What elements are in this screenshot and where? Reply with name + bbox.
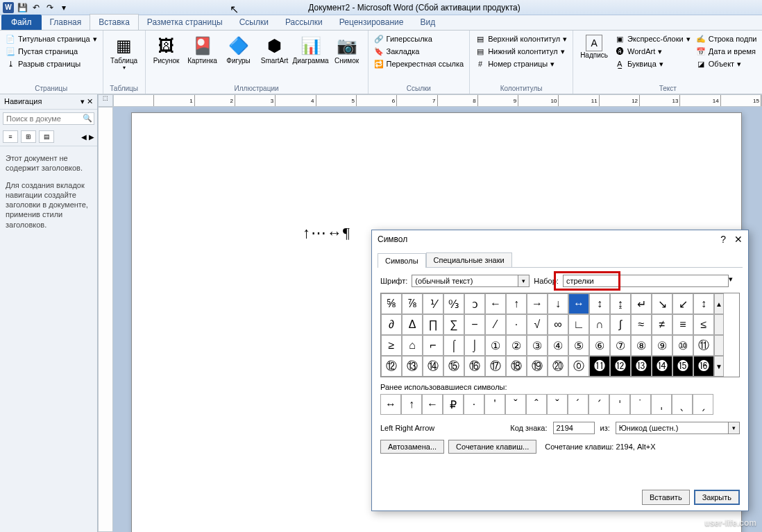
symbol-cell[interactable]: ⑩ — [672, 335, 693, 356]
symbol-cell[interactable]: ⓫ — [589, 356, 610, 377]
symbol-cell[interactable]: ③ — [527, 335, 548, 356]
recent-symbol-cell[interactable]: ' — [484, 394, 505, 415]
footer-button[interactable]: ▤Нижний колонтитул ▾ — [474, 46, 568, 57]
symbol-cell[interactable]: ↔ — [568, 293, 589, 314]
symbol-cell[interactable]: ⌡ — [464, 335, 485, 356]
symbol-cell[interactable]: ∩ — [589, 314, 610, 335]
qat-dropdown-icon[interactable]: ▾ — [58, 2, 69, 13]
autocorrect-button[interactable]: Автозамена... — [380, 440, 444, 454]
symbol-cell[interactable]: ≡ — [672, 314, 693, 335]
undo-icon[interactable]: ↶ — [31, 2, 42, 13]
symbol-cell[interactable]: ↉ — [443, 293, 464, 314]
symbol-cell[interactable]: ← — [485, 293, 506, 314]
symbol-cell[interactable]: ⑧ — [631, 335, 652, 356]
symbol-cell[interactable]: ⑯ — [464, 356, 485, 377]
symbol-cell[interactable]: ↑ — [506, 293, 527, 314]
recent-symbol-cell[interactable]: ↔ — [380, 394, 401, 415]
object-button[interactable]: ◪Объект ▾ — [695, 58, 759, 69]
symbol-cell[interactable]: ② — [506, 335, 527, 356]
recent-symbol-cell[interactable]: ↑ — [401, 394, 422, 415]
symbol-cell[interactable]: ⅟ — [423, 293, 443, 314]
font-select[interactable] — [412, 275, 518, 287]
symbol-cell[interactable]: ∟ — [568, 314, 589, 335]
symbol-cell[interactable]: ↨ — [610, 293, 631, 314]
symbol-cell[interactable]: ① — [485, 335, 506, 356]
search-icon[interactable]: 🔍 — [83, 114, 92, 123]
tab-view[interactable]: Вид — [412, 15, 443, 30]
datetime-button[interactable]: 📅Дата и время — [695, 46, 759, 57]
symbol-cell[interactable]: ⑦ — [610, 335, 631, 356]
scroll-icon[interactable] — [714, 314, 724, 335]
recent-symbol-cell[interactable]: ˈ — [609, 394, 630, 415]
symbol-cell[interactable]: − — [464, 314, 485, 335]
blank-page-button[interactable]: 📃Пустая страница — [4, 46, 99, 57]
horizontal-ruler[interactable]: 123456789101112131415 — [113, 94, 762, 107]
bookmark-button[interactable]: 🔖Закладка — [373, 46, 466, 57]
symbol-cell[interactable]: ≥ — [381, 335, 402, 356]
symbol-cell[interactable]: √ — [527, 314, 548, 335]
recent-symbol-cell[interactable]: ˙ — [630, 394, 651, 415]
char-code-input[interactable] — [553, 422, 595, 434]
symbol-cell[interactable]: ⓪ — [568, 356, 589, 377]
symbol-cell[interactable]: ∕ — [485, 314, 506, 335]
scroll-icon[interactable] — [714, 335, 724, 356]
wordart-button[interactable]: 🅐WordArt ▾ — [613, 46, 692, 57]
symbol-cell[interactable]: ⑭ — [423, 356, 443, 377]
chart-button[interactable]: 📊Диаграмма — [294, 33, 328, 66]
shapes-button[interactable]: 🔷Фигуры — [222, 33, 255, 66]
encoding-select[interactable] — [616, 422, 729, 434]
tab-symbols[interactable]: Символы — [378, 253, 426, 268]
document-text[interactable]: ↑⋯↔¶ — [132, 113, 741, 242]
symbol-cell[interactable]: ⓬ — [610, 356, 631, 377]
clipart-button[interactable]: 🎴Картинка — [186, 33, 219, 66]
symbol-cell[interactable]: ⓮ — [652, 356, 672, 377]
symbol-cell[interactable]: ⓰ — [693, 356, 714, 377]
recent-symbol-cell[interactable]: ˎ — [672, 394, 693, 415]
dialog-titlebar[interactable]: Символ ? ✕ — [372, 230, 748, 248]
symbol-cell[interactable]: ∏ — [423, 314, 443, 335]
page-break-button[interactable]: ⤓Разрыв страницы — [4, 58, 99, 69]
scroll-icon[interactable]: ▼ — [714, 356, 724, 377]
tab-file[interactable]: Файл — [1, 15, 42, 30]
nav-close-icon[interactable]: ✕ — [87, 97, 93, 105]
symbol-cell[interactable]: ⅞ — [402, 293, 423, 314]
header-button[interactable]: ▤Верхний колонтитул ▾ — [474, 33, 568, 44]
symbol-cell[interactable]: ∫ — [610, 314, 631, 335]
symbol-cell[interactable]: Δ — [402, 314, 423, 335]
redo-icon[interactable]: ↷ — [44, 2, 56, 13]
symbol-cell[interactable]: ⌐ — [423, 335, 443, 356]
symbol-cell[interactable]: ⑪ — [693, 335, 714, 356]
symbol-cell[interactable]: ⑤ — [568, 335, 589, 356]
font-dropdown-icon[interactable]: ▾ — [518, 275, 530, 287]
symbol-cell[interactable]: ≈ — [631, 314, 652, 335]
symbol-cell[interactable]: ⑱ — [506, 356, 527, 377]
symbol-cell[interactable]: ∂ — [381, 314, 402, 335]
search-input[interactable] — [3, 112, 94, 125]
recent-symbol-cell[interactable]: ´ — [568, 394, 589, 415]
symbol-cell[interactable]: ⑮ — [443, 356, 464, 377]
shortcut-button[interactable]: Сочетание клавиш... — [448, 440, 536, 454]
cover-page-button[interactable]: 📄Титульная страница ▾ — [4, 33, 99, 44]
recent-symbol-cell[interactable]: ˌ — [651, 394, 672, 415]
symbol-cell[interactable]: ∑ — [443, 314, 464, 335]
recent-symbol-cell[interactable]: ← — [422, 394, 443, 415]
save-icon[interactable]: 💾 — [17, 2, 28, 13]
nav-view-headings[interactable]: ≡ — [3, 130, 18, 143]
recent-symbol-cell[interactable]: · — [464, 394, 484, 415]
tab-layout[interactable]: Разметка страницы — [139, 15, 231, 30]
tab-references[interactable]: Ссылки — [231, 15, 277, 30]
recent-symbol-cell[interactable]: ˇ — [547, 394, 568, 415]
symbol-cell[interactable]: ⅝ — [381, 293, 402, 314]
dropcap-button[interactable]: A̲Буквица ▾ — [613, 58, 692, 69]
hyperlink-button[interactable]: 🔗Гиперссылка — [373, 33, 466, 44]
symbol-cell[interactable]: ↙ — [672, 293, 693, 314]
recent-symbol-cell[interactable]: ˆ — [526, 394, 547, 415]
symbol-cell[interactable]: ⌂ — [402, 335, 423, 356]
tab-mailings[interactable]: Рассылки — [277, 15, 331, 30]
vertical-ruler[interactable] — [98, 107, 113, 532]
insert-button[interactable]: Вставить — [642, 490, 690, 505]
recent-symbol-cell[interactable]: ˊ — [589, 394, 609, 415]
encoding-dropdown-icon[interactable]: ▾ — [729, 422, 740, 434]
symbol-cell[interactable]: ⑳ — [548, 356, 568, 377]
screenshot-button[interactable]: 📷Снимок — [330, 33, 364, 66]
